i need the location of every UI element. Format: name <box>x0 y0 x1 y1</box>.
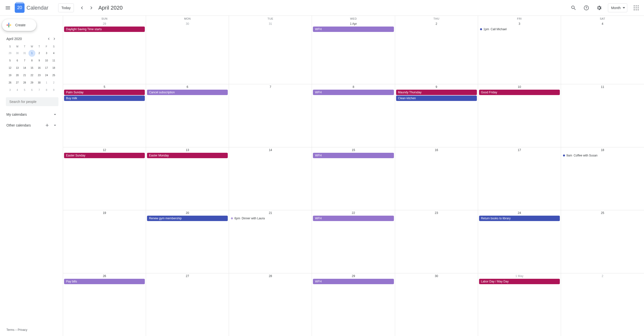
day-cell[interactable]: 30 <box>395 273 478 336</box>
allday-event[interactable]: Pay bills <box>64 279 145 284</box>
mini-day[interactable]: 24 <box>43 72 50 79</box>
day-cell[interactable]: 13Easter Monday <box>146 147 229 210</box>
today-button[interactable]: Today <box>58 4 74 12</box>
allday-event[interactable]: Buy milk <box>64 96 145 101</box>
allday-event[interactable]: Palm Sunday <box>64 90 145 95</box>
day-cell[interactable]: 17 <box>478 147 561 210</box>
privacy-link[interactable]: Privacy <box>18 328 27 331</box>
allday-event[interactable]: Easter Sunday <box>64 153 145 158</box>
mini-day[interactable]: 4 <box>14 87 21 94</box>
mini-day[interactable]: 11 <box>50 57 57 64</box>
timed-event[interactable]: 6pmDinner with Laura <box>230 216 311 221</box>
mini-day[interactable]: 18 <box>50 65 57 72</box>
allday-event[interactable]: Daylight Saving Time starts <box>64 27 145 32</box>
mini-day[interactable]: 2 <box>36 50 43 57</box>
day-cell[interactable]: 12Easter Sunday <box>63 147 146 210</box>
timed-event[interactable]: 1pmCall Michael <box>479 27 560 32</box>
view-switcher[interactable]: Month <box>608 4 627 12</box>
day-cell[interactable]: 4 <box>561 21 644 84</box>
day-cell[interactable]: 1 AprWFH <box>312 21 395 84</box>
allday-event[interactable]: WFH <box>313 27 394 32</box>
mini-day[interactable]: 9 <box>50 87 57 94</box>
mini-day[interactable]: 13 <box>14 65 21 72</box>
day-cell[interactable]: 31pmCall Michael <box>478 21 561 84</box>
mini-day[interactable]: 2 <box>50 79 57 86</box>
google-apps-button[interactable] <box>630 2 642 14</box>
day-cell[interactable]: 16 <box>395 147 478 210</box>
day-cell[interactable]: 26Pay bills <box>63 273 146 336</box>
mini-day[interactable]: 9 <box>36 57 43 64</box>
day-cell[interactable]: 22WFH <box>312 210 395 273</box>
day-cell[interactable]: 11 <box>561 84 644 147</box>
day-cell[interactable]: 14 <box>229 147 312 210</box>
day-cell[interactable]: 9Maundy ThursdayClean kitchen <box>395 84 478 147</box>
mini-day[interactable]: 7 <box>36 87 43 94</box>
mini-day[interactable]: 26 <box>7 79 14 86</box>
mini-day[interactable]: 6 <box>14 57 21 64</box>
plus-icon[interactable] <box>45 123 50 128</box>
mini-day[interactable]: 21 <box>21 72 28 79</box>
mini-day[interactable]: 15 <box>28 65 35 72</box>
timed-event[interactable]: 9amCoffee with Susan <box>562 153 643 158</box>
main-menu-button[interactable] <box>2 2 14 14</box>
mini-day[interactable]: 30 <box>36 79 43 86</box>
allday-event[interactable]: WFH <box>313 90 394 95</box>
allday-event[interactable]: Return books to library <box>479 216 560 221</box>
day-cell[interactable]: 1 MayLabor Day / May Day <box>478 273 561 336</box>
allday-event[interactable]: Easter Monday <box>147 153 228 158</box>
mini-day[interactable]: 8 <box>43 87 50 94</box>
day-cell[interactable]: 2 <box>395 21 478 84</box>
mini-day[interactable]: 4 <box>50 50 57 57</box>
day-cell[interactable]: 29WFH <box>312 273 395 336</box>
allday-event[interactable]: Labor Day / May Day <box>479 279 560 284</box>
day-cell[interactable]: 28 <box>229 273 312 336</box>
day-cell[interactable]: 19 <box>63 210 146 273</box>
allday-event[interactable]: WFH <box>313 216 394 221</box>
search-people[interactable] <box>6 97 58 106</box>
day-cell[interactable]: 25 <box>561 210 644 273</box>
mini-prev-button[interactable] <box>46 36 52 42</box>
day-cell[interactable]: 27 <box>146 273 229 336</box>
day-cell[interactable]: 15WFH <box>312 147 395 210</box>
mini-day[interactable]: 7 <box>21 57 28 64</box>
day-cell[interactable]: 29Daylight Saving Time starts <box>63 21 146 84</box>
mini-day[interactable]: 30 <box>14 50 21 57</box>
day-cell[interactable]: 8WFH <box>312 84 395 147</box>
mini-day[interactable]: 6 <box>28 87 35 94</box>
day-cell[interactable]: 7 <box>229 84 312 147</box>
mini-day[interactable]: 19 <box>7 72 14 79</box>
mini-day[interactable]: 14 <box>21 65 28 72</box>
mini-day[interactable]: 5 <box>21 87 28 94</box>
mini-day[interactable]: 23 <box>36 72 43 79</box>
mini-day[interactable]: 31 <box>21 50 28 57</box>
allday-event[interactable]: WFH <box>313 279 394 284</box>
day-cell[interactable]: 189amCoffee with Susan <box>561 147 644 210</box>
mini-day[interactable]: 29 <box>7 50 14 57</box>
mini-day[interactable]: 17 <box>43 65 50 72</box>
mini-day[interactable]: 12 <box>7 65 14 72</box>
allday-event[interactable]: WFH <box>313 153 394 158</box>
terms-link[interactable]: Terms <box>6 328 14 331</box>
mini-day[interactable]: 28 <box>21 79 28 86</box>
allday-event[interactable]: Cancel subscription <box>147 90 228 95</box>
day-cell[interactable]: 24Return books to library <box>478 210 561 273</box>
day-cell[interactable]: 5Palm SundayBuy milk <box>63 84 146 147</box>
mini-day[interactable]: 29 <box>28 79 35 86</box>
day-cell[interactable]: 31 <box>229 21 312 84</box>
mini-day[interactable]: 20 <box>14 72 21 79</box>
day-cell[interactable]: 20Renew gym membership <box>146 210 229 273</box>
day-cell[interactable]: 23 <box>395 210 478 273</box>
allday-event[interactable]: Clean kitchen <box>396 96 477 101</box>
mini-day[interactable]: 16 <box>36 65 43 72</box>
support-button[interactable] <box>580 2 592 14</box>
mini-day[interactable]: 3 <box>7 87 14 94</box>
my-calendars-toggle[interactable]: My calendars <box>6 112 58 117</box>
day-cell[interactable]: 6Cancel subscription <box>146 84 229 147</box>
create-button[interactable]: Create <box>2 19 36 31</box>
settings-button[interactable] <box>593 2 605 14</box>
prev-period-button[interactable] <box>77 3 87 13</box>
search-people-input[interactable] <box>9 100 56 104</box>
mini-day[interactable]: 27 <box>14 79 21 86</box>
allday-event[interactable]: Maundy Thursday <box>396 90 477 95</box>
search-button[interactable] <box>568 2 580 14</box>
